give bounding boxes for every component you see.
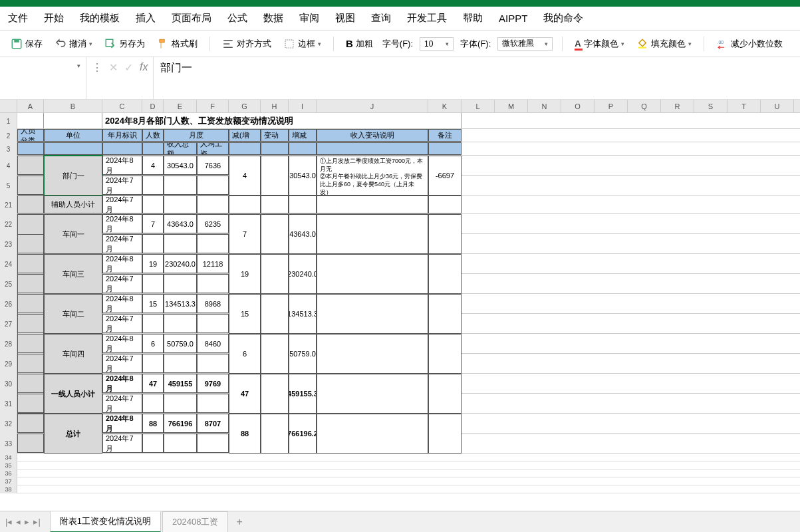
col-header-K[interactable]: K xyxy=(428,100,462,112)
col-header-I[interactable]: I xyxy=(289,100,317,112)
col-header-B[interactable]: B xyxy=(44,100,102,112)
row-header-31[interactable]: 31 xyxy=(0,394,17,414)
row-header-4[interactable]: 4 xyxy=(0,156,17,176)
fx-menu-icon[interactable]: ⋮ xyxy=(92,61,102,74)
cell-f[interactable]: 7636 xyxy=(197,156,229,175)
save-button[interactable]: 保存 xyxy=(8,37,45,51)
hdr-income-total[interactable]: 收入总额 xyxy=(164,142,197,155)
menu-文件[interactable]: 文件 xyxy=(5,8,31,29)
menu-插入[interactable]: 插入 xyxy=(133,8,158,29)
fontcolor-button[interactable]: A 字体颜色▾ xyxy=(572,37,626,51)
hdr-avg[interactable]: 人均工资 xyxy=(197,142,229,155)
row-header-2[interactable]: 2 xyxy=(0,129,17,142)
col-header-G[interactable]: G xyxy=(229,100,261,112)
hdr-month[interactable]: 月度 xyxy=(164,129,229,142)
cell-desc[interactable]: ①上月发放二季度绩效工资7000元，本月无 ②本月午餐补助比上月少36元，劳保费… xyxy=(317,156,428,196)
row-header-3[interactable]: 3 xyxy=(0,142,17,156)
name-box[interactable]: ▾ xyxy=(0,57,86,99)
hdr-delta[interactable]: 人员增减(增+减-) xyxy=(229,129,261,142)
row-header-38[interactable]: 38 xyxy=(0,485,17,493)
menu-我的模板[interactable]: 我的模板 xyxy=(77,8,122,29)
hdr-ym[interactable]: 年月标识 xyxy=(102,129,142,142)
cell-ym2[interactable]: 2024年7月 xyxy=(102,176,142,195)
row-header-5[interactable]: 5 xyxy=(0,176,17,196)
col-header-L[interactable]: L xyxy=(462,100,495,112)
fontsize-select[interactable]: ▾ xyxy=(420,37,454,51)
hdr-reason[interactable]: 人员变动说明 xyxy=(261,129,289,142)
col-header-A[interactable]: A xyxy=(17,100,44,112)
tab-last-icon[interactable]: ▸| xyxy=(33,517,40,527)
row-header-25[interactable]: 25 xyxy=(0,274,17,294)
row-header-27[interactable]: 27 xyxy=(0,314,17,334)
hdr-count[interactable]: 人数 xyxy=(142,129,164,142)
col-header-T[interactable]: T xyxy=(728,100,761,112)
col-header-N[interactable]: N xyxy=(528,100,561,112)
col-header-Q[interactable]: Q xyxy=(628,100,661,112)
cell-g[interactable]: 4 xyxy=(229,156,261,196)
tab-first-icon[interactable]: |◂ xyxy=(5,517,12,527)
hdr-income[interactable]: 收入增减情况 xyxy=(289,129,317,142)
menu-开发工具[interactable]: 开发工具 xyxy=(404,8,450,29)
confirm-icon[interactable]: ✓ xyxy=(124,61,133,74)
menu-数据[interactable]: 数据 xyxy=(261,8,286,29)
spreadsheet-grid[interactable]: ABCDEFGHIJKLMNOPQRSTU 12024年8月各部门人数、工资发放… xyxy=(0,100,800,511)
fillcolor-button[interactable]: 填充颜色▾ xyxy=(634,37,694,51)
menu-AIPPT[interactable]: AIPPT xyxy=(496,9,530,28)
col-header-E[interactable]: E xyxy=(164,100,197,112)
decrease-decimal-button[interactable]: .00 减少小数位数 xyxy=(714,37,785,51)
menu-我的命令[interactable]: 我的命令 xyxy=(541,8,586,29)
cell-e[interactable]: 30543.0 xyxy=(164,156,197,175)
row-header-26[interactable]: 26 xyxy=(0,294,17,314)
menu-公式[interactable]: 公式 xyxy=(225,8,250,29)
fx-icon[interactable]: fx xyxy=(140,61,148,73)
row-header-28[interactable]: 28 xyxy=(0,334,17,354)
hdr-unit[interactable]: 单位 xyxy=(44,129,102,142)
formula-input[interactable]: 部门一 xyxy=(154,57,800,99)
bold-button[interactable]: B加粗 xyxy=(343,37,376,51)
tab-prev-icon[interactable]: ◂ xyxy=(16,517,21,527)
row-header-21[interactable]: 21 xyxy=(0,196,17,214)
row-header-1[interactable]: 1 xyxy=(0,113,17,129)
tab-next-icon[interactable]: ▸ xyxy=(25,517,29,527)
tab-sheet1[interactable]: 附表1工资变化情况说明 xyxy=(50,511,161,532)
border-button[interactable]: 边框▾ xyxy=(281,37,324,51)
hdr-category[interactable]: 人员分类 xyxy=(17,129,44,142)
col-header-S[interactable]: S xyxy=(694,100,728,112)
menu-页面布局[interactable]: 页面布局 xyxy=(169,8,214,29)
sheet-title[interactable]: 2024年8月各部门人数、工资发放额变动情况说明 xyxy=(102,113,462,128)
row-header-24[interactable]: 24 xyxy=(0,254,17,274)
row-header-30[interactable]: 30 xyxy=(0,374,17,394)
menu-帮助[interactable]: 帮助 xyxy=(460,8,485,29)
col-header-R[interactable]: R xyxy=(661,100,694,112)
align-button[interactable]: 对齐方式 xyxy=(219,37,274,51)
menu-开始[interactable]: 开始 xyxy=(41,8,67,29)
col-header-O[interactable]: O xyxy=(561,100,595,112)
col-header-M[interactable]: M xyxy=(495,100,528,112)
hdr-desc[interactable]: 收入变动说明 xyxy=(317,129,428,142)
row-header-34[interactable]: 34 xyxy=(0,454,17,462)
col-header-D[interactable]: D xyxy=(142,100,164,112)
format-painter-button[interactable]: 格式刷 xyxy=(154,37,200,51)
row-header-37[interactable]: 37 xyxy=(0,477,17,485)
menu-视图[interactable]: 视图 xyxy=(333,8,358,29)
font-select[interactable]: ▾ xyxy=(497,37,553,51)
menu-审阅[interactable]: 审阅 xyxy=(297,8,322,29)
cell-d[interactable]: 4 xyxy=(142,156,164,175)
cell-unit[interactable]: 车间四✛ xyxy=(44,334,102,374)
row-header-23[interactable]: 23 xyxy=(0,234,17,254)
cancel-icon[interactable]: ✕ xyxy=(109,61,118,74)
col-header-C[interactable]: C xyxy=(102,100,142,112)
cell-i[interactable]: 30543.0 xyxy=(289,156,317,196)
row-header-35[interactable]: 35 xyxy=(0,462,17,469)
col-header-J[interactable]: J xyxy=(317,100,428,112)
tab-sheet2[interactable]: 202408工资 xyxy=(162,511,228,533)
row-header-36[interactable]: 36 xyxy=(0,469,17,477)
hdr-note[interactable]: 备注 xyxy=(428,129,462,142)
row-header-22[interactable]: 22 xyxy=(0,214,17,234)
col-header-U[interactable]: U xyxy=(761,100,794,112)
menu-查询[interactable]: 查询 xyxy=(368,8,394,29)
col-header-P[interactable]: P xyxy=(595,100,628,112)
col-header-F[interactable]: F xyxy=(197,100,229,112)
row-header-29[interactable]: 29 xyxy=(0,354,17,374)
select-all-corner[interactable] xyxy=(0,100,17,112)
